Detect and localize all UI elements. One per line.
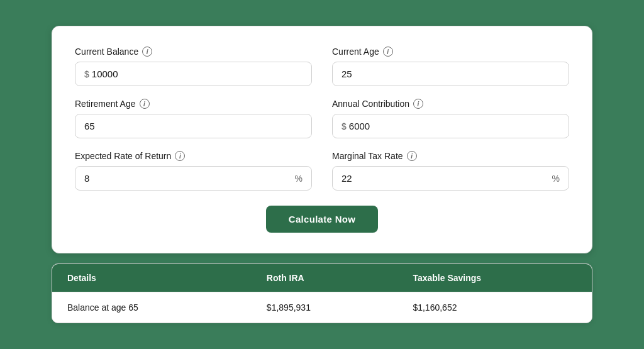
rate-of-return-group: Expected Rate of Return i % [75,151,312,191]
calculate-btn-row: Calculate Now [75,206,569,233]
row-taxable-savings: $1,160,652 [397,292,592,323]
current-age-label: Current Age i [332,47,569,57]
results-table-card: Details Roth IRA Taxable Savings Balance… [52,263,592,323]
annual-contribution-group: Annual Contribution i $ [332,99,569,138]
calculate-button[interactable]: Calculate Now [266,206,378,233]
retirement-age-input-wrapper [75,114,312,138]
current-balance-info-icon[interactable]: i [142,47,152,57]
retirement-age-label: Retirement Age i [75,99,312,109]
col-roth-ira: Roth IRA [252,264,398,292]
table-row: Balance at age 65 $1,895,931 $1,160,652 [52,292,592,323]
current-age-group: Current Age i [332,47,569,86]
rate-of-return-input-wrapper: % [75,166,312,191]
current-balance-prefix: $ [84,69,89,79]
annual-contribution-input[interactable] [349,121,560,131]
annual-contribution-info-icon[interactable]: i [413,99,423,109]
fields-grid: Current Balance i $ Current Age i [75,47,569,191]
results-table: Details Roth IRA Taxable Savings Balance… [52,264,592,323]
rate-of-return-input[interactable] [84,173,292,184]
marginal-tax-rate-label: Marginal Tax Rate i [332,151,569,161]
current-age-info-icon[interactable]: i [383,47,393,57]
marginal-tax-rate-input-wrapper: % [332,166,569,191]
results-table-header-row: Details Roth IRA Taxable Savings [52,264,592,292]
rate-of-return-label: Expected Rate of Return i [75,151,312,161]
marginal-tax-rate-input[interactable] [341,173,550,184]
retirement-age-group: Retirement Age i [75,99,312,138]
rate-of-return-info-icon[interactable]: i [175,151,185,161]
col-taxable-savings: Taxable Savings [397,264,592,292]
rate-of-return-suffix: % [295,174,303,184]
current-balance-label: Current Balance i [75,47,312,57]
row-details: Balance at age 65 [52,292,252,323]
current-balance-input-wrapper: $ [75,62,312,86]
annual-contribution-input-wrapper: $ [332,114,569,138]
marginal-tax-rate-group: Marginal Tax Rate i % [332,151,569,191]
calculator-card: Current Balance i $ Current Age i [52,26,592,253]
current-balance-input[interactable] [92,69,303,79]
annual-contribution-prefix: $ [341,121,347,131]
row-roth-ira: $1,895,931 [252,292,398,323]
col-details: Details [52,264,252,292]
current-age-input[interactable] [341,69,560,79]
marginal-tax-rate-suffix: % [552,174,560,184]
current-balance-group: Current Balance i $ [75,47,312,86]
marginal-tax-rate-info-icon[interactable]: i [407,151,417,161]
main-container: Current Balance i $ Current Age i [52,26,592,323]
annual-contribution-label: Annual Contribution i [332,99,569,109]
retirement-age-info-icon[interactable]: i [140,99,150,109]
current-age-input-wrapper [332,62,569,86]
retirement-age-input[interactable] [84,121,303,131]
